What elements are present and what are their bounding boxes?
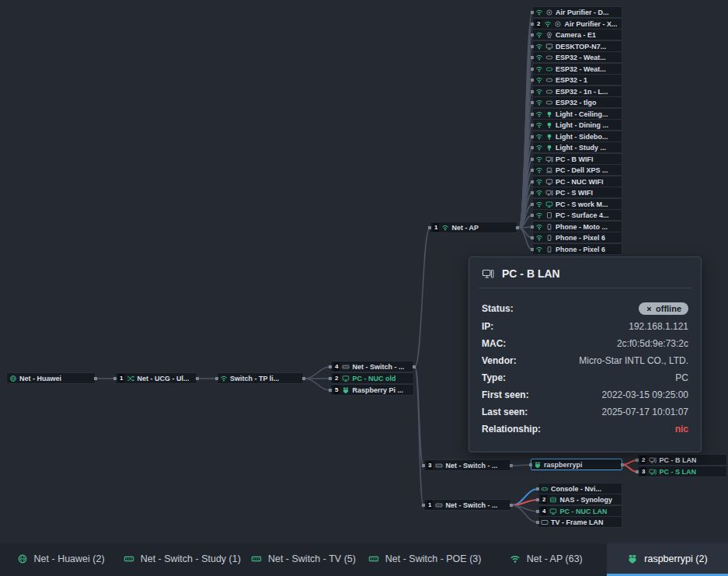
status-text: offline xyxy=(656,304,681,313)
node-label: PC - S WIFI xyxy=(556,189,593,197)
node-label: PC - S LAN xyxy=(659,468,696,476)
node-tv-frame-lan[interactable]: TV - Frame LAN xyxy=(538,516,622,528)
node-net-switch-tv[interactable]: 3Net - Switch - ... xyxy=(423,459,511,471)
wifi-icon xyxy=(535,133,543,141)
node-dev-light-sideboard[interactable]: Light - Sidebo... xyxy=(532,131,622,142)
node-raspberry-pi-old[interactable]: 5Raspberry Pi ... xyxy=(330,384,414,396)
wifi-icon xyxy=(535,144,543,152)
connector-dot xyxy=(529,463,532,466)
eth-icon xyxy=(435,501,443,509)
wifi-icon xyxy=(535,43,543,51)
bulb-icon xyxy=(545,144,553,152)
node-label: Phone - Pixel 6 xyxy=(556,246,605,253)
wifi-icon xyxy=(535,189,543,197)
chip-icon xyxy=(545,88,553,96)
node-dev-air-purifier-x[interactable]: 2Air Purifier - X... xyxy=(532,18,622,30)
node-net-ucg[interactable]: 1Net - UCG - Ul... xyxy=(115,372,197,384)
node-label: raspberrypi xyxy=(544,461,583,469)
pc-icon xyxy=(649,456,657,464)
popup-title: PC - B LAN xyxy=(502,267,560,280)
connector-dot xyxy=(329,389,332,392)
node-switch-tp[interactable]: Switch - TP li... xyxy=(217,372,304,384)
node-dev-phone-pixel6-a[interactable]: Phone - Pixel 6 xyxy=(532,232,622,243)
tab-net-switch-poe-3[interactable]: Net - Switch - POE (3) xyxy=(364,543,486,576)
node-dev-pc-s-wifi[interactable]: PC - S WIFI xyxy=(532,187,622,198)
detail-label: Relationship: xyxy=(482,424,541,435)
node-net-switch-study[interactable]: 4Net - Switch - ... xyxy=(330,361,414,372)
node-label: Raspberry Pi ... xyxy=(352,386,403,394)
node-dev-pc-s-work-m[interactable]: PC - S work M... xyxy=(532,198,622,210)
node-dev-light-study[interactable]: Light - Study ... xyxy=(532,141,622,153)
node-net-switch-poe[interactable]: 1Net - Switch - ... xyxy=(423,499,511,511)
connector-dot xyxy=(422,504,425,507)
node-net-ap[interactable]: 1Net - AP xyxy=(430,222,517,233)
node-pc-nuc-old[interactable]: 2PC - NUC old xyxy=(330,372,414,384)
pc-icon xyxy=(545,155,553,163)
node-dev-desktop-n7[interactable]: DESKTOP-N7... xyxy=(532,40,622,52)
node-raspberrypi[interactable]: raspberrypi xyxy=(531,459,622,470)
node-pc-b-lan[interactable]: 2PC - B LAN xyxy=(637,454,727,466)
node-dev-pc-surface-4[interactable]: PC - Surface 4... xyxy=(532,209,622,221)
connector-dot xyxy=(531,101,534,104)
node-label: Phone - Pixel 6 xyxy=(556,234,605,242)
node-label: Camera - E1 xyxy=(556,31,596,39)
bulb-icon xyxy=(545,133,553,141)
node-dev-esp32-1n-l[interactable]: ESP32 - 1n - L... xyxy=(532,86,622,97)
monitor-icon xyxy=(342,375,350,382)
node-dev-esp32-weat-1[interactable]: ESP32 - Weat... xyxy=(532,51,622,63)
connector-dot xyxy=(531,203,534,206)
wifi-icon xyxy=(535,178,543,186)
node-net-huawei[interactable]: Net - Huawei xyxy=(6,372,96,384)
tab-raspberrypi-2[interactable]: raspberrypi (2) xyxy=(607,543,728,576)
node-dev-light-ceiling[interactable]: Light - Ceiling... xyxy=(532,108,622,120)
tab-net-switch-tv-5[interactable]: Net - Switch - TV (5) xyxy=(242,543,364,576)
node-dev-esp32-1[interactable]: ESP32 - 1 xyxy=(532,74,622,86)
node-dev-pc-b-wifi[interactable]: PC - B WIFI xyxy=(532,153,622,165)
node-nas-synology[interactable]: 2NAS - Synology xyxy=(538,494,622,505)
tablet-icon xyxy=(545,211,553,219)
node-dev-camera-e1[interactable]: Camera - E1 xyxy=(532,29,622,40)
wifi-icon xyxy=(535,54,543,61)
detail-row-first-seen: First seen: 2022-03-15 09:25:00 xyxy=(482,389,688,400)
connector-dot xyxy=(536,498,539,501)
status-badge-offline: offline xyxy=(639,302,688,315)
node-label: DESKTOP-N7... xyxy=(556,43,606,51)
node-dev-air-purifier-d[interactable]: Air Purifier - D... xyxy=(532,6,622,18)
node-label: ESP32 - tlgo xyxy=(556,99,597,106)
edge xyxy=(415,367,423,505)
pc-icon xyxy=(649,468,657,476)
chip-icon xyxy=(545,65,553,73)
tab-label: Net - Huawei (2) xyxy=(34,553,105,564)
detail-value: 2022-03-15 09:25:00 xyxy=(602,389,688,400)
node-console-nvidia[interactable]: Console - Nvi... xyxy=(538,483,622,494)
node-dev-light-dining[interactable]: Light - Dining ... xyxy=(532,119,622,131)
connector-dot xyxy=(531,146,534,149)
node-dev-pc-dell-xps[interactable]: PC - Dell XPS ... xyxy=(532,164,622,176)
tab-label: raspberrypi (2) xyxy=(644,553,707,564)
node-pc-nuc-lan[interactable]: 4PC - NUC LAN xyxy=(538,505,622,517)
port-badge: 2 xyxy=(640,456,646,464)
wifi-icon xyxy=(535,223,543,231)
tab-net-huawei-2[interactable]: Net - Huawei (2) xyxy=(0,543,121,576)
node-dev-esp32-weat-2[interactable]: ESP32 - Weat... xyxy=(532,63,622,75)
tab-net-switch-study-1[interactable]: Net - Switch - Study (1) xyxy=(121,543,242,576)
node-dev-phone-pixel6-b[interactable]: Phone - Pixel 6 xyxy=(532,243,622,255)
node-pc-s-lan[interactable]: 3PC - S LAN xyxy=(637,466,727,477)
connector-dot xyxy=(329,365,332,368)
network-topology-canvas[interactable]: Net - Huawei1Net - UCG - Ul...Switch - T… xyxy=(0,0,728,576)
chip-icon xyxy=(545,99,553,106)
node-dev-esp32-tlgo[interactable]: ESP32 - tlgo xyxy=(532,96,622,108)
tab-net-ap-63[interactable]: Net - AP (63) xyxy=(486,543,607,576)
camera-icon xyxy=(545,31,553,39)
connector-dot xyxy=(302,377,305,380)
wifi-icon xyxy=(220,375,228,382)
connector-dot xyxy=(510,464,513,467)
globe-icon xyxy=(17,553,28,564)
connector-dot xyxy=(113,377,117,380)
port-badge: 2 xyxy=(535,19,542,28)
node-dev-pc-nuc-wifi[interactable]: PC - NUC WIFI xyxy=(532,176,622,187)
node-dev-phone-moto[interactable]: Phone - Moto ... xyxy=(532,221,622,232)
wifi-icon xyxy=(510,553,521,564)
tab-bar: Net - Huawei (2)Net - Switch - Study (1)… xyxy=(0,543,728,576)
node-label: PC - NUC LAN xyxy=(559,508,607,515)
